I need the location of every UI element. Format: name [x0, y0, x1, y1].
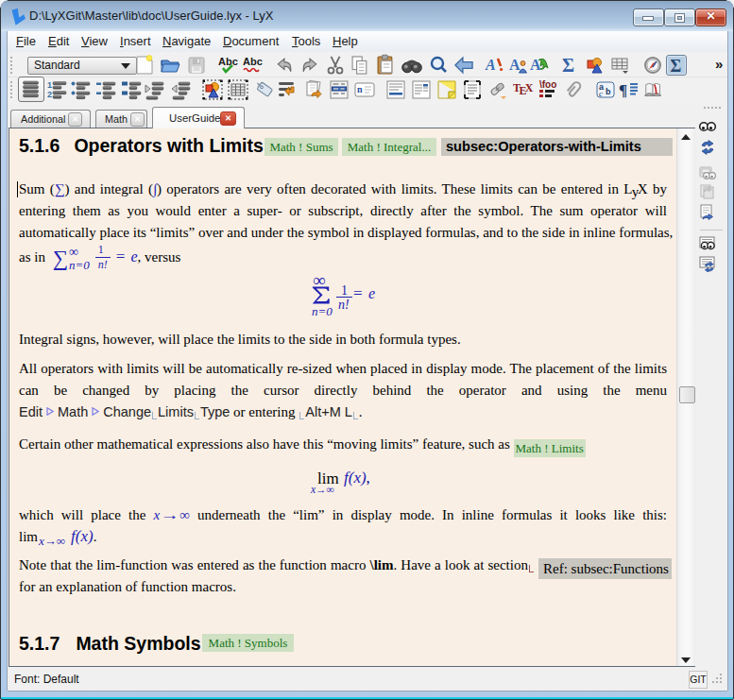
svg-text:X: X	[525, 81, 534, 94]
svg-text:1: 1	[47, 80, 52, 90]
svg-text:Abc: Abc	[218, 56, 238, 67]
svg-text:b: b	[606, 87, 611, 96]
svg-text:A: A	[485, 57, 496, 73]
svg-text:c: c	[599, 89, 603, 98]
svg-text:¶: ¶	[619, 81, 627, 99]
svg-text:\foo: \foo	[539, 79, 556, 90]
svg-text:2: 2	[47, 90, 52, 99]
svg-text:Σ: Σ	[671, 57, 682, 76]
svg-text:Σ: Σ	[562, 55, 574, 76]
svg-text:Abc: Abc	[243, 56, 263, 67]
svg-text:n: n	[357, 84, 363, 94]
svg-text:A: A	[509, 57, 521, 73]
